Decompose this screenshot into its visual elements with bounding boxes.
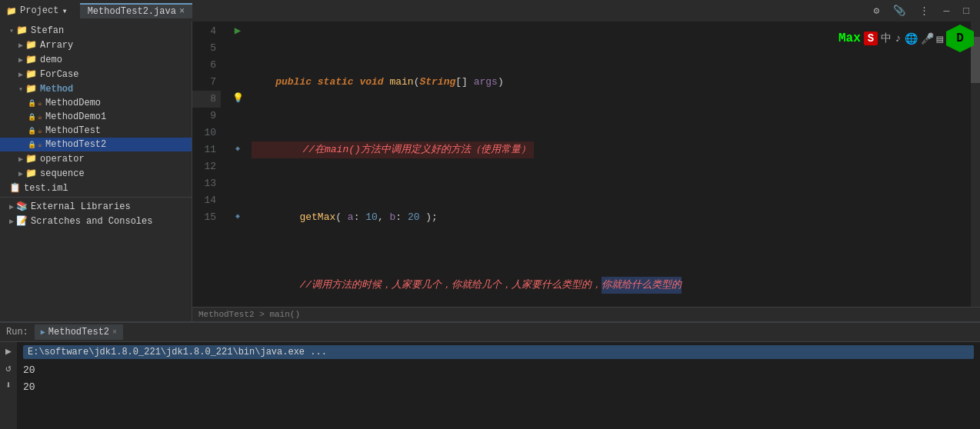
top-right-overlay: Max S 中 ♪ 🌐 🎤 ▤ D <box>832 22 980 55</box>
colon2-6: : <box>395 209 408 226</box>
editor-tab[interactable]: MethodTest2.java × <box>80 3 192 18</box>
kw-static: static <box>312 74 354 91</box>
param-b: b <box>389 209 395 226</box>
menu-icon[interactable]: ⋮ <box>915 3 934 18</box>
sound-icon[interactable]: ♪ <box>895 32 901 45</box>
sidebar-item-methodtest[interactable]: 🔒 ☕ MethodTest <box>0 124 192 138</box>
sidebar-item-sequence[interactable]: ▶ 📁 sequence <box>0 166 192 181</box>
sidebar-item-testiml[interactable]: 📋 test.iml <box>0 181 192 195</box>
s-logo: S <box>864 32 878 45</box>
maximize-btn[interactable]: □ <box>958 4 974 18</box>
lock-icon: 🔒 <box>28 99 36 108</box>
main-area: ▾ 📁 Stefan ▶ 📁 Arrary ▶ 📁 demo ▶ 📁 ForCa… <box>0 22 980 321</box>
arrow-icon: ▶ <box>9 217 14 226</box>
sidebar-label: operator <box>40 154 85 165</box>
tab-close-btn[interactable]: × <box>179 6 185 17</box>
indicator-10 <box>227 123 248 140</box>
indicator-12 <box>227 157 248 174</box>
tab-name: MethodTest2.java <box>88 6 176 17</box>
settings-icon[interactable]: ⚙ <box>869 3 885 18</box>
arrow-icon: ▶ <box>18 169 23 178</box>
indicator-11: ◈ <box>227 140 248 157</box>
line-num-5: 5 <box>192 40 221 57</box>
lock-icon: 🔒 <box>28 127 36 135</box>
cmd-text: E:\software\jdk1.8.0_221\jdk1.8.0_221\bi… <box>28 347 327 358</box>
sidebar-item-arrary[interactable]: ▶ 📁 Arrary <box>0 38 192 52</box>
java-icon: ☕ <box>38 112 42 121</box>
paren-6: ( <box>335 209 348 226</box>
pin-icon[interactable]: 📎 <box>888 3 910 18</box>
arrow-icon: ▶ <box>9 202 14 211</box>
run-rerun-btn[interactable]: ↺ <box>5 362 12 374</box>
sidebar-label: Method <box>40 84 73 95</box>
indicator-4[interactable]: ▶ <box>227 22 248 38</box>
arrow-icon: ▶ <box>18 55 23 65</box>
global-icon[interactable]: 🌐 <box>905 32 918 45</box>
indicator-8[interactable]: 💡 <box>227 89 248 106</box>
sidebar-item-external-libs[interactable]: ▶ 📚 External Libraries <box>0 199 192 214</box>
project-label[interactable]: 📁 Project ▾ <box>6 5 68 17</box>
comment-7b: 你就给什么类型的 <box>602 277 682 294</box>
run-tab-name: MethodTest2 <box>48 327 109 338</box>
test-file-icon: 📋 <box>9 182 21 194</box>
folder-icon: 📁 <box>25 153 37 165</box>
run-content: ▶ ↺ ⬇ E:\software\jdk1.8.0_221\jdk1.8.0_… <box>0 342 980 429</box>
hexagon-d-icon[interactable]: D <box>946 25 974 52</box>
indicator-15: ◈ <box>227 208 248 224</box>
sidebar-item-forcase[interactable]: ▶ 📁 ForCase <box>0 67 192 81</box>
sidebar-item-demo[interactable]: ▶ 📁 demo <box>0 52 192 67</box>
param-a: a <box>348 209 354 226</box>
num-20: 20 <box>408 209 420 226</box>
sidebar-item-method[interactable]: ▾ 📁 Method <box>0 81 192 96</box>
kw-void: void <box>354 74 384 91</box>
run-left-controls: ▶ ↺ ⬇ <box>0 342 17 429</box>
paren-close-6: ); <box>420 209 438 226</box>
run-output-line-2: 20 <box>23 379 974 396</box>
indicator-5 <box>227 38 248 55</box>
kw-string: String <box>419 74 455 91</box>
code-editor[interactable]: 4 5 6 7 8 9 10 11 12 13 14 15 ▶ <box>192 22 980 307</box>
output-value-2: 20 <box>23 381 35 393</box>
bookmark-icon-15[interactable]: ◈ <box>235 211 240 221</box>
bulb-icon[interactable]: 💡 <box>232 92 244 104</box>
code-content[interactable]: public static void main ( String [] args… <box>248 22 971 307</box>
sidebar-label: MethodDemo <box>45 98 101 108</box>
run-output[interactable]: E:\software\jdk1.8.0_221\jdk1.8.0_221\bi… <box>17 342 980 429</box>
bookmark-icon[interactable]: ◈ <box>235 144 240 153</box>
comment-5: //在main()方法中调用定义好的方法（使用常量） <box>252 141 534 158</box>
arrow-icon: ▾ <box>9 26 14 35</box>
sidebar-label: MethodTest2 <box>45 139 106 150</box>
folder-icon: 📁 <box>25 83 37 95</box>
editor-scrollbar[interactable] <box>971 22 980 307</box>
mic-icon[interactable]: 🎤 <box>921 32 934 45</box>
minimize-btn[interactable]: — <box>938 4 954 18</box>
sidebar-item-scratches[interactable]: ▶ 📝 Scratches and Consoles <box>0 214 192 228</box>
line-num-4: 4 <box>192 23 221 40</box>
num-10: 10 <box>365 209 378 226</box>
run-tab-icon: ▶ <box>41 328 45 337</box>
menu-icon[interactable]: ▤ <box>937 32 943 45</box>
folder-icon: 📁 <box>25 168 37 179</box>
line-num-6: 6 <box>192 57 221 74</box>
project-arrow[interactable]: ▾ <box>62 5 67 17</box>
sidebar: ▾ 📁 Stefan ▶ 📁 Arrary ▶ 📁 demo ▶ 📁 ForCa… <box>0 22 192 321</box>
run-output-line-1: 20 <box>23 362 974 379</box>
sidebar-label: MethodDemo1 <box>45 111 106 122</box>
java-icon: ☕ <box>38 140 42 149</box>
sidebar-item-methoddemo[interactable]: 🔒 ☕ MethodDemo <box>0 96 192 110</box>
run-cmd-line: E:\software\jdk1.8.0_221\jdk1.8.0_221\bi… <box>23 345 974 359</box>
sidebar-item-stefan[interactable]: ▾ 📁 Stefan <box>0 23 192 38</box>
run-tab-methodtest2[interactable]: ▶ MethodTest2 × <box>35 324 123 340</box>
line-num-7: 7 <box>192 74 221 91</box>
kw-args: args <box>468 74 498 91</box>
run-scroll-btn[interactable]: ⬇ <box>5 379 12 391</box>
run-btn-icon[interactable]: ▶ <box>235 24 241 37</box>
run-tab-close[interactable]: × <box>112 328 117 337</box>
project-folder-icon: 📁 <box>6 6 17 16</box>
sidebar-item-operator[interactable]: ▶ 📁 operator <box>0 151 192 166</box>
sidebar-item-methodtest2[interactable]: 🔒 ☕ MethodTest2 <box>0 138 192 151</box>
run-play-btn[interactable]: ▶ <box>5 345 12 358</box>
java-icon: ☕ <box>38 98 42 108</box>
sidebar-item-methoddemo1[interactable]: 🔒 ☕ MethodDemo1 <box>0 110 192 124</box>
cn-icon[interactable]: 中 <box>881 32 892 45</box>
